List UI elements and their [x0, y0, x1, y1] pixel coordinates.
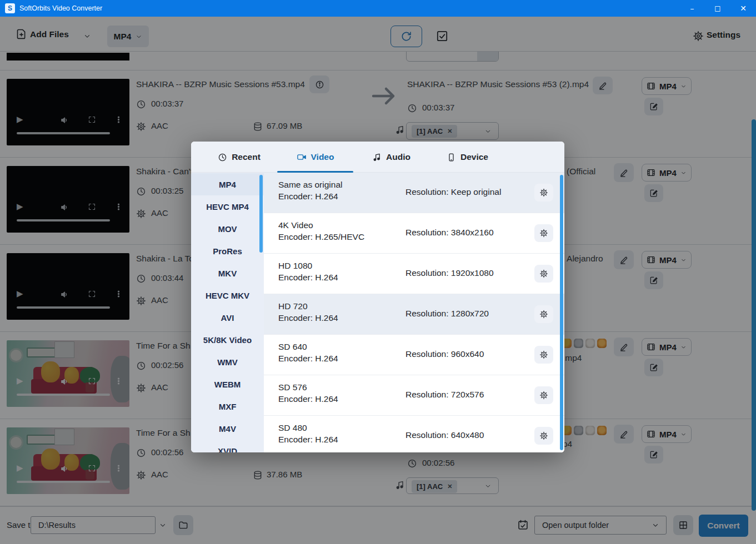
preset-resolution: Resolution: 640x480 — [405, 430, 484, 440]
window-controls: – □ ✕ — [679, 0, 756, 17]
tab-audio[interactable]: Audio — [353, 142, 429, 173]
tab-label: Audio — [386, 152, 410, 162]
preset-resolution: Resolution: Keep original — [405, 187, 501, 197]
preset-settings-button[interactable] — [534, 224, 553, 242]
preset-encoder: Encoder: H.264 — [278, 313, 338, 323]
tab-recent[interactable]: Recent — [201, 142, 277, 173]
close-button[interactable]: ✕ — [730, 0, 756, 17]
sidebar-item-mkv[interactable]: MKV — [191, 262, 264, 284]
preset-row-same-as-original[interactable]: Same as original Encoder: H.264 Resoluti… — [264, 173, 564, 213]
preset-encoder: Encoder: H.264 — [278, 354, 338, 364]
sidebar-item-hevc-mkv[interactable]: HEVC MKV — [191, 284, 264, 306]
sidebar-item-xvid[interactable]: XVID — [191, 440, 264, 452]
smartphone-icon — [447, 153, 456, 162]
preset-resolution: Resolution: 720x576 — [405, 390, 484, 400]
sidebar-item-prores[interactable]: ProRes — [191, 240, 264, 262]
preset-resolution: Resolution: 3840x2160 — [405, 228, 494, 238]
preset-list-scrollbar[interactable] — [560, 175, 563, 450]
preset-list: Same as original Encoder: H.264 Resoluti… — [264, 173, 564, 452]
popup-tabbar: Recent Video Audio Device — [191, 142, 564, 173]
gear-icon — [539, 350, 548, 359]
preset-encoder: Encoder: H.264 — [278, 273, 338, 283]
tab-label: Video — [311, 152, 334, 162]
sidebar-item-webm[interactable]: WEBM — [191, 373, 264, 395]
preset-resolution: Resolution: 960x640 — [405, 349, 484, 359]
preset-settings-button[interactable] — [534, 265, 553, 283]
gear-icon — [539, 188, 548, 197]
tab-device[interactable]: Device — [429, 142, 505, 173]
sidebar-item-5k8k[interactable]: 5K/8K Video — [191, 329, 264, 351]
preset-row-hd720[interactable]: HD 720 Encoder: H.264 Resolution: 1280x7… — [264, 294, 564, 335]
minimize-button[interactable]: – — [679, 0, 705, 17]
preset-resolution: Resolution: 1920x1080 — [405, 268, 494, 278]
gear-icon — [539, 229, 548, 238]
sidebar-scrollbar[interactable] — [259, 175, 263, 253]
sidebar-item-hevc-mp4[interactable]: HEVC MP4 — [191, 195, 264, 218]
preset-title: 4K Video — [278, 220, 313, 230]
preset-row-hd1080[interactable]: HD 1080 Encoder: H.264 Resolution: 1920x… — [264, 254, 564, 294]
preset-row-sd480[interactable]: SD 480 Encoder: H.264 Resolution: 640x48… — [264, 416, 564, 452]
tab-label: Device — [460, 152, 488, 162]
preset-title: SD 640 — [278, 342, 307, 352]
gear-icon — [539, 431, 548, 440]
format-sidebar: MP4 HEVC MP4 MOV ProRes MKV HEVC MKV AVI… — [191, 173, 264, 452]
preset-title: SD 480 — [278, 423, 307, 433]
preset-title: SD 576 — [278, 382, 307, 392]
preset-encoder: Encoder: H.265/HEVC — [278, 232, 364, 242]
video-camera-icon — [297, 152, 307, 162]
gear-icon — [539, 269, 548, 278]
preset-title: Same as original — [278, 180, 342, 190]
preset-settings-button[interactable] — [534, 427, 553, 445]
sidebar-item-m4v[interactable]: M4V — [191, 417, 264, 440]
tab-label: Recent — [232, 152, 261, 162]
preset-settings-button[interactable] — [534, 184, 553, 202]
preset-settings-button[interactable] — [534, 305, 553, 323]
preset-settings-button[interactable] — [534, 386, 553, 404]
music-note-icon — [372, 153, 382, 162]
sidebar-item-mp4[interactable]: MP4 — [191, 173, 264, 195]
gear-icon — [539, 391, 548, 400]
preset-encoder: Encoder: H.264 — [278, 394, 338, 404]
maximize-button[interactable]: □ — [705, 0, 730, 17]
window-title: SoftOrbits Video Converter — [19, 4, 102, 12]
preset-row-sd640[interactable]: SD 640 Encoder: H.264 Resolution: 960x64… — [264, 335, 564, 375]
titlebar: S SoftOrbits Video Converter – □ ✕ — [0, 0, 756, 17]
clock-icon — [218, 153, 227, 162]
preset-row-sd576[interactable]: SD 576 Encoder: H.264 Resolution: 720x57… — [264, 375, 564, 416]
preset-title: HD 720 — [278, 301, 308, 311]
sidebar-item-mxf[interactable]: MXF — [191, 395, 264, 417]
app-logo-icon: S — [5, 3, 15, 13]
preset-settings-button[interactable] — [534, 346, 553, 364]
preset-encoder: Encoder: H.264 — [278, 435, 338, 445]
sidebar-item-mov[interactable]: MOV — [191, 218, 264, 240]
preset-title: HD 1080 — [278, 261, 312, 271]
app-window: S SoftOrbits Video Converter – □ ✕ Add F… — [0, 0, 756, 544]
preset-row-4k[interactable]: 4K Video Encoder: H.265/HEVC Resolution:… — [264, 213, 564, 254]
sidebar-item-avi[interactable]: AVI — [191, 306, 264, 329]
preset-resolution: Resolution: 1280x720 — [405, 309, 489, 319]
sidebar-item-wmv[interactable]: WMV — [191, 351, 264, 373]
gear-icon — [539, 310, 548, 319]
tab-video[interactable]: Video — [277, 142, 353, 173]
preset-encoder: Encoder: H.264 — [278, 192, 338, 202]
format-preset-popup: Recent Video Audio Device MP4 HEVC MP — [191, 142, 564, 452]
